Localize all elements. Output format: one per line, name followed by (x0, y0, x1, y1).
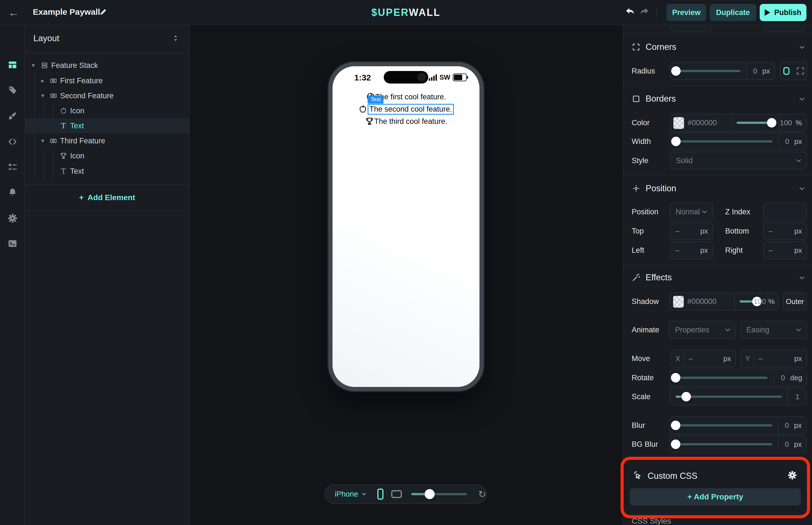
expand-down-icon[interactable]: ▾ (32, 58, 35, 73)
tree-item-text[interactable]: T Text (25, 164, 189, 179)
percent-unit: % (768, 293, 775, 310)
borders-icon (632, 94, 641, 103)
position-mode-dropdown[interactable]: Normal (670, 203, 713, 221)
shadow-color-hex[interactable]: #000000 (687, 293, 717, 310)
z-index-label: Z Index (725, 203, 750, 221)
border-opacity-thumb[interactable] (767, 118, 776, 127)
chevron-down-icon[interactable] (798, 43, 806, 51)
rotate-field: 0 deg (670, 369, 807, 387)
blur-value[interactable]: 0 (785, 417, 789, 434)
right-input[interactable]: – px (763, 241, 807, 259)
radius-slider[interactable] (670, 63, 746, 79)
feature-row[interactable]: The third cool feature. (333, 115, 479, 127)
border-width-value[interactable]: 0 (785, 133, 789, 150)
animate-easing-dropdown[interactable]: Easing (740, 321, 807, 339)
animate-properties-dropdown[interactable]: Properties (669, 321, 736, 339)
custom-css-gear-icon[interactable] (787, 470, 797, 480)
add-element-button[interactable]: + Add Element (25, 189, 189, 207)
expand-down-icon[interactable]: ▾ (41, 88, 44, 103)
chevron-down-icon[interactable] (798, 95, 806, 103)
add-property-button[interactable]: + Add Property (630, 488, 801, 506)
color-swatch[interactable] (673, 117, 684, 129)
duplicate-button[interactable]: Duplicate (709, 4, 756, 21)
feature-row-selected[interactable]: Text The second cool feature. (333, 103, 479, 115)
bg-blur-slider-thumb[interactable] (671, 439, 680, 449)
top-header: ← Example Paywall $UPERWALL Preview Dupl… (0, 0, 812, 25)
expand-right-icon[interactable]: ▸ (41, 73, 44, 88)
border-width-thumb[interactable] (671, 137, 681, 146)
chevron-down-icon (724, 326, 732, 334)
gear-icon[interactable] (7, 213, 17, 223)
canvas-zoom-slider[interactable] (411, 489, 467, 500)
shadow-mode-button[interactable]: Outer (783, 292, 807, 310)
layout-icon[interactable] (7, 60, 17, 70)
tree-item-icon[interactable]: Icon (25, 148, 189, 163)
section-borders[interactable]: Borders (623, 91, 812, 107)
scale-slider[interactable] (670, 388, 787, 405)
border-opacity-slider[interactable] (731, 115, 778, 131)
z-index-input[interactable] (763, 203, 807, 221)
terminal-icon[interactable] (7, 239, 17, 249)
paintbrush-icon[interactable] (7, 111, 17, 121)
tree-item-feature-stack[interactable]: ▾ Feature Stack (25, 58, 189, 73)
uniform-radius-icon[interactable] (782, 66, 791, 76)
expand-down-icon[interactable]: ▾ (41, 133, 44, 148)
css-styles-label: CSS Styles (632, 517, 671, 525)
zoom-slider-thumb[interactable] (425, 489, 435, 499)
bg-blur-label: BG Blur (632, 435, 658, 453)
sort-icon[interactable] (171, 34, 180, 42)
tree-item-text-selected[interactable]: T Text (25, 118, 189, 133)
magic-wand-icon (632, 273, 641, 282)
rotate-slider-thumb[interactable] (671, 373, 680, 382)
chevron-down-icon[interactable] (798, 274, 806, 282)
radius-slider-thumb[interactable] (671, 66, 681, 76)
chevron-down-icon[interactable] (361, 491, 367, 497)
section-position[interactable]: Position (623, 180, 812, 196)
tag-icon[interactable] (7, 85, 17, 95)
section-effects[interactable]: Effects (623, 269, 812, 286)
top-input[interactable]: – px (670, 222, 713, 240)
border-width-slider[interactable] (670, 133, 778, 150)
left-input[interactable]: – px (670, 241, 713, 259)
tree-item-second-feature[interactable]: ▾ Second Feature (25, 88, 189, 103)
refresh-icon[interactable]: ↻ (478, 489, 486, 499)
bottom-input[interactable]: – px (763, 222, 807, 240)
rotate-value[interactable]: 0 (781, 370, 785, 386)
landscape-orientation-button[interactable] (391, 490, 402, 498)
battery-icon (453, 74, 467, 81)
blur-slider-thumb[interactable] (671, 421, 680, 430)
selected-text-element[interactable]: Text The second cool feature. (368, 104, 454, 115)
undo-icon[interactable] (625, 7, 635, 18)
bg-blur-slider[interactable] (670, 436, 778, 453)
custom-css-title: Custom CSS (647, 471, 698, 481)
move-y-input[interactable]: Y – px (740, 350, 807, 368)
border-color-hex[interactable]: #000000 (688, 115, 717, 131)
scale-value[interactable]: 1 (796, 388, 799, 405)
blur-slider[interactable] (670, 417, 778, 434)
publish-button[interactable]: Publish (760, 4, 807, 21)
shadow-color-swatch[interactable] (673, 296, 684, 308)
tree-item-icon[interactable]: Icon (25, 103, 189, 118)
device-select[interactable]: iPhone (335, 490, 358, 498)
rotate-slider[interactable] (670, 370, 773, 386)
feature-row[interactable]: The first cool feature. (333, 91, 479, 103)
phone-screen[interactable]: 1:32 SW The first cool feature. Text The… (333, 66, 479, 387)
bell-icon[interactable] (7, 188, 17, 197)
scale-slider-thumb[interactable] (681, 392, 691, 401)
redo-icon[interactable] (639, 7, 650, 18)
chevron-down-icon[interactable] (798, 185, 806, 193)
tree-item-first-feature[interactable]: ▸ First Feature (25, 73, 189, 88)
portrait-orientation-button[interactable] (377, 489, 384, 500)
code-icon[interactable] (7, 137, 17, 147)
preview-button[interactable]: Preview (667, 4, 706, 21)
checklist-icon[interactable] (7, 162, 17, 172)
section-corners[interactable]: Corners (623, 39, 812, 55)
radius-value[interactable]: 0 (753, 63, 757, 79)
tree-item-third-feature[interactable]: ▾ Third Feature (25, 133, 189, 148)
per-corner-radius-icon[interactable] (796, 66, 805, 76)
move-x-input[interactable]: X – px (670, 350, 736, 368)
bg-blur-value[interactable]: 0 (785, 436, 789, 453)
border-style-dropdown[interactable]: Solid (670, 152, 807, 169)
border-opacity-value[interactable]: 100 (780, 115, 792, 131)
shadow-opacity-value[interactable]: 100 (754, 293, 766, 310)
